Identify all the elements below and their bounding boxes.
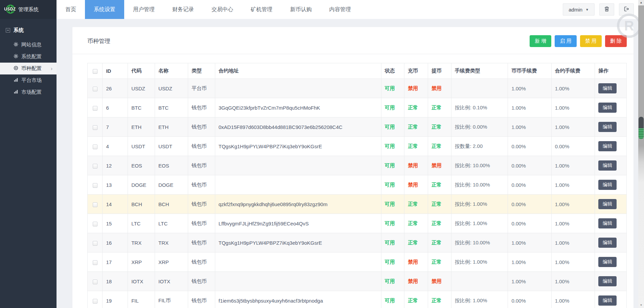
- user-menu-button[interactable]: admin ▼: [563, 3, 595, 16]
- cell-contract-fee: 1.00%: [551, 252, 595, 272]
- cell-status: 可用: [381, 98, 404, 117]
- coin-management-card: 币种管理 新 增启 用禁 用删 除 ID代码名称类型合约地址状态充币提币手续费类…: [72, 27, 634, 308]
- select-all-checkbox[interactable]: [93, 69, 97, 74]
- edit-button[interactable]: 编辑: [598, 83, 617, 93]
- cell-coin-fee: 1.00%: [508, 272, 551, 291]
- row-checkbox[interactable]: [93, 87, 97, 91]
- scrollbar-up-arrow[interactable]: ▲: [638, 0, 644, 5]
- row-checkbox[interactable]: [93, 260, 97, 265]
- row-checkbox[interactable]: [93, 202, 97, 207]
- edit-button[interactable]: 编辑: [598, 103, 617, 113]
- sidebar-item-site-info[interactable]: 网站信息›: [0, 39, 57, 51]
- edit-button[interactable]: 编辑: [598, 122, 617, 132]
- table-row: 7ETHETH钱包币0xAD15F897d603D8bb44d881BC9073…: [88, 117, 627, 137]
- cell-coin-fee: 0.00%: [508, 137, 551, 156]
- row-checkbox[interactable]: [93, 280, 97, 284]
- cell-address: TQgsKg1H9pPYLW4PBPZ7iKq3ebY9oKGsrE: [215, 233, 381, 252]
- cell-withdraw: 正常: [428, 252, 451, 272]
- logout-button[interactable]: [619, 3, 634, 16]
- cell-fee-type: 按比例: 1.00%: [451, 214, 508, 233]
- sidebar-section-system[interactable]: − 系统: [0, 19, 57, 39]
- cell-fee-type: 按比例: 10.00%: [451, 156, 508, 175]
- row-checkbox[interactable]: [93, 145, 97, 149]
- table-row: 15LTCLTC钱包币LffbvygmFJLjHfZ9nZg91fij59ECe…: [88, 214, 627, 233]
- main-content: 币种管理 新 增启 用禁 用删 除 ID代码名称类型合约地址状态充币提币手续费类…: [57, 19, 644, 308]
- sidebar-item-coin-config[interactable]: 币种配置›: [0, 63, 57, 74]
- row-checkbox[interactable]: [93, 164, 97, 169]
- cell-address: [215, 79, 381, 98]
- app-logo[interactable]: USDZ 管理系统: [0, 0, 57, 19]
- nav-item-new-coin[interactable]: 新币认购: [281, 0, 320, 19]
- row-checkbox[interactable]: [93, 106, 97, 111]
- logo-title: 管理系统: [18, 6, 39, 13]
- table-row: 4USDTUSDT钱包币TQgsKg1H9pPYLW4PBPZ7iKq3ebY9…: [88, 137, 627, 156]
- cell-contract-fee: 1.00%: [551, 291, 595, 308]
- cell-checkbox: [88, 233, 103, 252]
- cell-type: 钱包币: [188, 291, 215, 308]
- nav-item-content[interactable]: 内容管理: [320, 0, 360, 19]
- cell-withdraw: 正常: [428, 195, 451, 214]
- row-checkbox[interactable]: [93, 222, 97, 226]
- row-checkbox[interactable]: [93, 299, 97, 304]
- cell-checkbox: [88, 214, 103, 233]
- scrollbar-thumb[interactable]: [639, 117, 644, 139]
- row-checkbox[interactable]: [93, 241, 97, 246]
- nav-item-miner[interactable]: 矿机管理: [242, 0, 281, 19]
- nav-item-home[interactable]: 首页: [57, 0, 85, 19]
- edit-button[interactable]: 编辑: [598, 295, 617, 306]
- clear-trash-button[interactable]: [599, 3, 614, 16]
- cell-name: USDZ: [155, 79, 188, 98]
- cell-checkbox: [88, 79, 103, 98]
- edit-button[interactable]: 编辑: [598, 257, 617, 267]
- cell-actions: 编辑: [595, 252, 626, 272]
- page-scrollbar[interactable]: ▲ ▼: [638, 0, 644, 308]
- cell-contract-fee: 1.00%: [551, 233, 595, 252]
- cell-address: qzkf2fxnq9pnygkkdhqhj6ue0895rq0lry83zgz9…: [215, 195, 381, 214]
- column-header: 手续费类型: [451, 63, 508, 79]
- cell-name: FIL币: [155, 291, 188, 308]
- table-row: 17XRPXRP钱包币可用禁用正常按比例: 1.00%1.00%1.00%编辑: [88, 252, 627, 272]
- nav-item-label: 新币认购: [290, 6, 312, 13]
- bar-chart-icon: [14, 89, 18, 95]
- sidebar-item-system-config[interactable]: 系统配置›: [0, 51, 57, 63]
- sidebar-item-platform-market[interactable]: 平台市场›: [0, 74, 57, 86]
- scrollbar-down-arrow[interactable]: ▼: [638, 303, 644, 308]
- cell-address: [215, 156, 381, 175]
- cell-checkbox: [88, 272, 103, 291]
- edit-button[interactable]: 编辑: [598, 238, 617, 248]
- cell-code: DOGE: [128, 175, 155, 195]
- nav-item-finance[interactable]: 财务记录: [163, 0, 203, 19]
- cell-withdraw: 正常: [428, 137, 451, 156]
- cell-address: 3GqGQEi23kfprbTvZrCm7mP8qu5cHMoFhK: [215, 98, 381, 117]
- disable-button[interactable]: 禁 用: [580, 35, 602, 47]
- nav-item-system-settings[interactable]: 系统设置: [85, 0, 124, 19]
- cell-actions: 编辑: [595, 98, 626, 117]
- cell-status: 可用: [381, 214, 404, 233]
- edit-button[interactable]: 编辑: [598, 218, 617, 228]
- row-checkbox[interactable]: [93, 125, 97, 130]
- edit-button[interactable]: 编辑: [598, 276, 617, 286]
- edit-button[interactable]: 编辑: [598, 160, 617, 171]
- edit-button[interactable]: 编辑: [598, 180, 617, 190]
- cell-type: 钱包币: [188, 98, 215, 117]
- sidebar: − 系统 网站信息›系统配置›币种配置›平台市场›市场配置›: [0, 19, 57, 308]
- sidebar-item-market-config[interactable]: 市场配置›: [0, 86, 57, 98]
- cell-actions: 编辑: [595, 117, 626, 137]
- cell-checkbox: [88, 252, 103, 272]
- sidebar-item-label: 币种配置: [21, 65, 42, 72]
- cell-checkbox: [88, 137, 103, 156]
- edit-button[interactable]: 编辑: [598, 199, 617, 209]
- enable-button[interactable]: 启 用: [555, 35, 576, 47]
- column-header: 操作: [595, 63, 626, 79]
- delete-button[interactable]: 删 除: [605, 35, 627, 47]
- cell-withdraw: 禁用: [428, 272, 451, 291]
- edit-button[interactable]: 编辑: [598, 141, 617, 151]
- cell-id: 15: [103, 214, 128, 233]
- cell-contract-fee: 0.00%: [551, 137, 595, 156]
- cell-code: TRX: [128, 233, 155, 252]
- add-button[interactable]: 新 增: [530, 35, 551, 47]
- column-header: 状态: [381, 63, 404, 79]
- row-checkbox[interactable]: [93, 183, 97, 188]
- nav-item-trade-center[interactable]: 交易中心: [203, 0, 242, 19]
- nav-item-users[interactable]: 用户管理: [124, 0, 163, 19]
